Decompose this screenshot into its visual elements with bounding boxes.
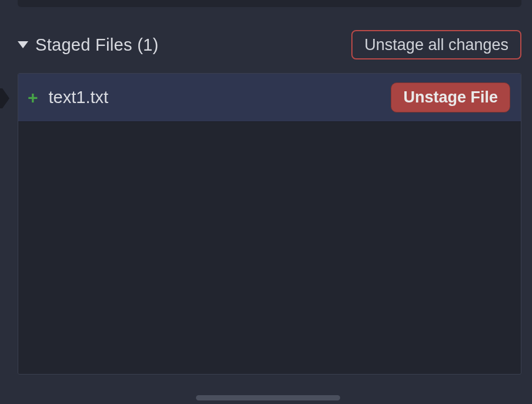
file-name: text1.txt: [49, 88, 109, 107]
section-title: Staged Files (1): [35, 35, 159, 55]
staged-files-toggle[interactable]: Staged Files (1): [18, 35, 159, 55]
unstage-all-button[interactable]: Unstage all changes: [351, 30, 521, 59]
previous-panel-edge: [18, 0, 521, 7]
plus-icon: +: [28, 89, 38, 107]
caret-down-icon: [18, 41, 28, 48]
staged-files-header: Staged Files (1) Unstage all changes: [18, 27, 521, 62]
selection-marker-icon: [0, 88, 9, 108]
file-info: + text1.txt: [28, 88, 108, 107]
file-row[interactable]: + text1.txt Unstage File: [18, 74, 521, 122]
staged-files-panel: + text1.txt Unstage File: [18, 73, 521, 375]
unstage-file-button[interactable]: Unstage File: [391, 82, 510, 112]
horizontal-scrollbar-thumb[interactable]: [196, 395, 340, 400]
